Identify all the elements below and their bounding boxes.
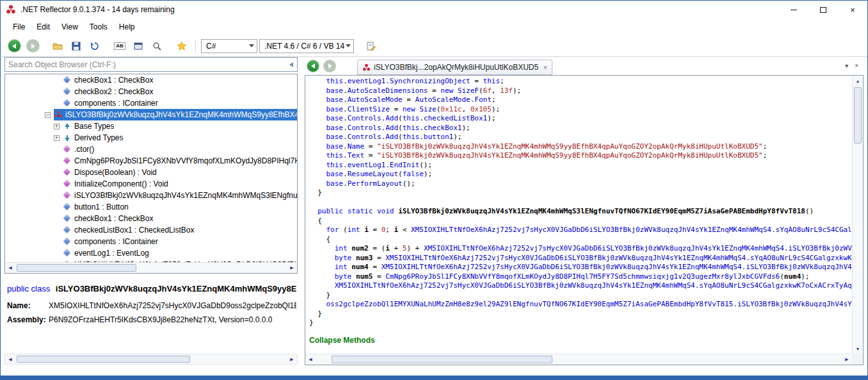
- code-reference-link[interactable]: PerformLayout: [348, 179, 403, 188]
- tab-decompiled-type[interactable]: iSLYO3BfBkj...2opAkQrMyk8iHUpuUtlKoBXUD5…: [357, 60, 552, 75]
- scroll-left-arrow[interactable]: ◀: [305, 354, 316, 365]
- tree-row[interactable]: components : IContainer: [5, 97, 297, 109]
- scroll-track[interactable]: [853, 86, 863, 343]
- tab-close-icon[interactable]: ×: [543, 64, 547, 71]
- code-forward-button[interactable]: [321, 58, 338, 74]
- code-reference-link[interactable]: Controls.Add: [348, 114, 398, 122]
- code-reference-link[interactable]: XM5IOXIHLTtNfOeX6hAzj7252vj7sHycX0VJGaDb…: [424, 244, 852, 252]
- tree-row[interactable]: checkBox1 : CheckBox: [5, 74, 297, 86]
- tree-row[interactable]: .ctor(): [5, 144, 297, 155]
- close-pane-icon[interactable]: ×: [855, 63, 858, 69]
- scroll-left-arrow[interactable]: ◀: [5, 354, 15, 364]
- tree-row[interactable]: −iSLYO3BfBkj0zWVk8uqzqJhV4sYk1EZnqMK4mhW…: [5, 109, 297, 120]
- menu-file[interactable]: File: [7, 20, 31, 34]
- code-vertical-scrollbar[interactable]: ▲ ▼: [852, 76, 863, 354]
- code-reference-link[interactable]: AutoScaleMode.Font: [415, 95, 492, 104]
- tree-row[interactable]: Dispose(Boolean) : Void: [5, 167, 297, 178]
- code-reference-link[interactable]: Text: [348, 151, 365, 160]
- collapse-methods-link[interactable]: Collapse Methods: [309, 336, 375, 345]
- code-reference-link[interactable]: Controls.Add: [348, 124, 398, 132]
- open-assembly-button[interactable]: [49, 38, 66, 54]
- tree-row[interactable]: iSLYO3BfBkj0zWVk8uqzqJhV4sYk1EZnqMK4mhWM…: [5, 190, 297, 201]
- menu-tools[interactable]: Tools: [84, 20, 113, 34]
- code-reference-link[interactable]: XM5IOXIHLTtNfOeX6hAzj7252vj7sHycX0VJGaDb…: [385, 254, 852, 262]
- code-reference-link[interactable]: oss2gclpeZzobQl1EMYXUNaLhUMzZmH8e8z9el29…: [326, 300, 853, 308]
- maximize-button[interactable]: [808, 1, 838, 19]
- code-reference-link[interactable]: XM5IOXIHLTtNfOeX6hAzj7252vj7sHycX0VJGaDb…: [411, 226, 852, 234]
- tree-row[interactable]: checkedListBox1 : CheckedListBox: [5, 224, 297, 236]
- tab-list-icon[interactable]: ▾: [845, 63, 848, 69]
- scroll-thumb[interactable]: [332, 356, 552, 363]
- scroll-thumb[interactable]: [17, 356, 190, 363]
- menu-help[interactable]: Help: [113, 20, 141, 34]
- expand-toggle-icon[interactable]: +: [54, 124, 60, 129]
- bookmarks-button[interactable]: [173, 38, 190, 54]
- disassembler-options-button[interactable]: AB: [111, 38, 128, 54]
- code-token: base: [326, 142, 344, 151]
- code-reference-link[interactable]: checkedListBox1: [424, 114, 487, 122]
- tree-row[interactable]: eventLog1 : EventLog: [5, 247, 297, 259]
- tree-row[interactable]: checkBox1 : CheckBox: [5, 213, 297, 224]
- ab-icon: AB: [114, 42, 125, 50]
- code-token: =: [373, 254, 385, 262]
- code-reference-link[interactable]: eventLog1.EndInit: [348, 161, 420, 169]
- code-reference-link[interactable]: XM5IOXIHLTtNfOeX6hAzj7252vj7sHycX0VJGaDb…: [382, 263, 852, 271]
- code-reference-link[interactable]: button1: [424, 133, 453, 141]
- forward-button[interactable]: [24, 38, 41, 54]
- minimize-button[interactable]: [779, 1, 808, 19]
- tree-row[interactable]: checkBox2 : CheckBox: [5, 86, 297, 97]
- scroll-right-arrow[interactable]: ▶: [287, 354, 297, 364]
- scroll-track[interactable]: [316, 354, 842, 365]
- code-reference-link[interactable]: AutoScaleDimensions: [348, 87, 428, 95]
- declaration-type-name[interactable]: iSLYO3BfBkj0zWVk8uqzqJhV4sYk1EZnqMK4mhWM…: [56, 284, 296, 293]
- code-reference-link[interactable]: ClientSize: [348, 105, 390, 113]
- tree-row[interactable]: +Derived Types: [5, 132, 297, 144]
- code-token: .: [343, 179, 348, 188]
- code-reference-link[interactable]: eventLog1.SynchronizingObject: [348, 77, 470, 85]
- scroll-track[interactable]: [15, 263, 287, 273]
- collapse-toggle-icon[interactable]: −: [45, 112, 51, 118]
- back-button[interactable]: [6, 38, 22, 54]
- framework-select[interactable]: .NET 4.6 / C# 6 / VB 14: [259, 39, 354, 53]
- code-reference-link[interactable]: ResumeLayout: [348, 170, 398, 178]
- code-reference-link[interactable]: Size: [419, 105, 437, 113]
- edit-options-button[interactable]: [362, 38, 379, 54]
- code-reference-link[interactable]: checkBox1: [424, 124, 462, 132]
- scroll-left-arrow[interactable]: ◀: [5, 263, 15, 273]
- close-button[interactable]: ×: [838, 1, 867, 19]
- search-input[interactable]: [5, 58, 289, 71]
- tree-row[interactable]: button1 : Button: [5, 201, 297, 213]
- tree-row[interactable]: InitializeComponent() : Void: [5, 178, 297, 190]
- menu-edit[interactable]: Edit: [31, 20, 56, 34]
- details-horizontal-scrollbar[interactable]: ◀ ▶: [4, 354, 298, 365]
- expand-toggle-icon[interactable]: +: [54, 135, 60, 141]
- tree-row[interactable]: components : IContainer: [5, 236, 297, 247]
- scroll-right-arrow[interactable]: ▶: [842, 354, 852, 365]
- tree-row[interactable]: CmNpg6PRoyJbSl1FCy8XNbVVfY8mqofXLmKOydJy…: [5, 155, 297, 167]
- code-line: }: [309, 188, 852, 198]
- menu-view[interactable]: View: [56, 20, 84, 34]
- tree-row[interactable]: +Base Types: [5, 120, 297, 132]
- code-reference-link[interactable]: CmNpg6PRoyJbSl1FCy8XNbVVfY8mqofXLmKOydJy…: [385, 272, 780, 281]
- collapse-panel-icon[interactable]: [289, 62, 293, 67]
- code-back-button[interactable]: [305, 58, 321, 74]
- scroll-up-arrow[interactable]: ▲: [853, 76, 863, 86]
- search-button[interactable]: [149, 38, 165, 54]
- scroll-thumb[interactable]: [17, 264, 136, 272]
- code-reference-link[interactable]: AutoScaleMode: [348, 95, 403, 104]
- assembly-list-button[interactable]: [130, 38, 147, 54]
- code-horizontal-scrollbar[interactable]: ◀ ▶: [305, 354, 852, 365]
- code-reference-link[interactable]: XM5IOXIHLTtNfOeX6hAzj7252vj7sHycX0VJGaDb…: [335, 281, 852, 290]
- save-button[interactable]: [68, 38, 84, 54]
- code-reference-link[interactable]: SizeF: [458, 87, 479, 95]
- scroll-track[interactable]: [15, 354, 287, 364]
- code-reference-link[interactable]: Name: [348, 142, 365, 151]
- language-select[interactable]: C#: [201, 39, 257, 53]
- code-reference-link[interactable]: Controls.Add: [348, 133, 398, 141]
- tree-horizontal-scrollbar[interactable]: ◀ ▶: [5, 262, 297, 273]
- pane-splitter[interactable]: [298, 57, 305, 375]
- scroll-down-arrow[interactable]: ▼: [853, 343, 863, 354]
- scroll-right-arrow[interactable]: ▶: [287, 263, 297, 273]
- refresh-button[interactable]: [86, 38, 103, 54]
- scroll-thumb[interactable]: [854, 87, 862, 144]
